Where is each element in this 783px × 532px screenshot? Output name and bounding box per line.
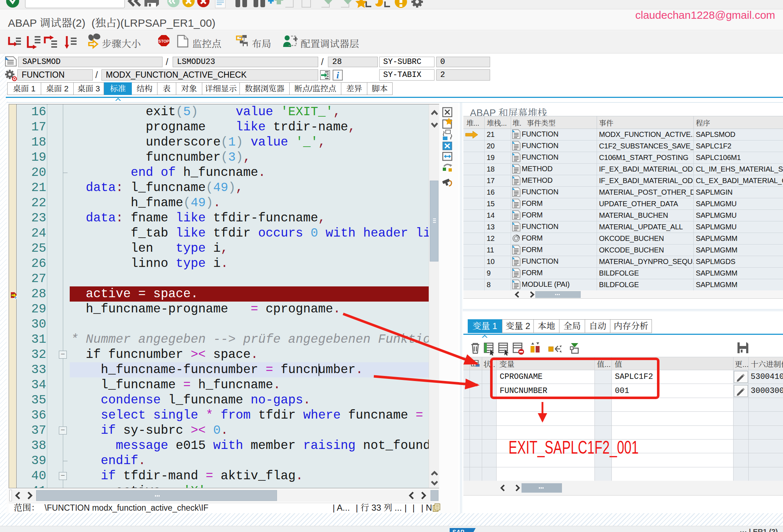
svg-text:i: i bbox=[336, 70, 339, 81]
svg-text:STOP: STOP bbox=[159, 39, 169, 43]
svg-text:SAP: SAP bbox=[452, 529, 464, 532]
